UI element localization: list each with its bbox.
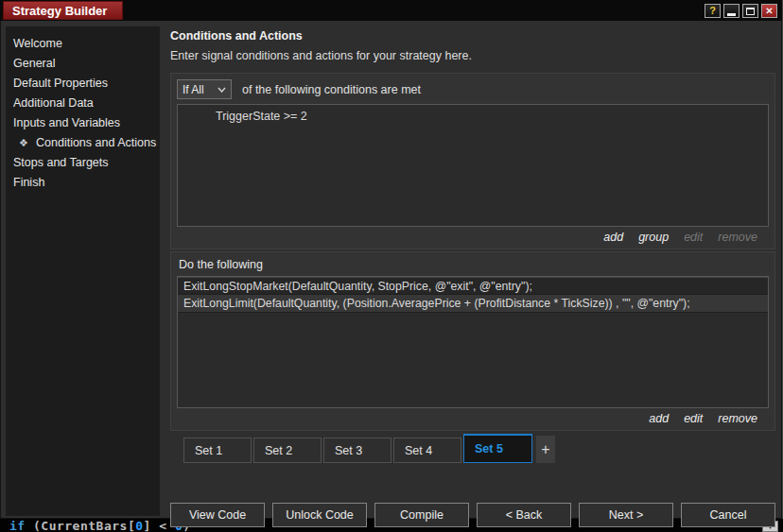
actions-remove-link[interactable]: remove: [718, 412, 757, 425]
sidebar-item-label: Inputs and Variables: [13, 116, 120, 129]
tab-set-2[interactable]: Set 2: [253, 438, 322, 463]
condition-row[interactable]: TriggerState >= 2: [178, 105, 768, 123]
chevron-down-icon: [218, 87, 226, 93]
sidebar-item-label: Conditions and Actions: [36, 136, 156, 149]
close-icon: ✕: [765, 7, 773, 16]
strategy-builder-dialog: Strategy Builder ? ✕ Welcome General Def…: [0, 0, 783, 519]
help-button[interactable]: ?: [705, 4, 721, 18]
tab-label: Set 5: [475, 442, 503, 455]
condition-logic-dropdown[interactable]: If All: [177, 79, 232, 99]
sidebar-item-label: General: [13, 57, 55, 70]
sidebar-item-additional-data[interactable]: Additional Data: [6, 94, 160, 113]
code-token: (CurrentBars[: [26, 519, 136, 532]
sidebar-item-finish[interactable]: Finish: [6, 173, 160, 193]
actions-label: Do the following: [177, 256, 769, 276]
compile-button[interactable]: Compile: [374, 503, 469, 527]
tab-set-5[interactable]: Set 5: [463, 434, 532, 463]
tab-set-4[interactable]: Set 4: [393, 438, 461, 463]
actions-edit-link[interactable]: edit: [684, 412, 703, 425]
back-button[interactable]: < Back: [477, 503, 571, 527]
tab-set-1[interactable]: Set 1: [183, 438, 252, 463]
actions-add-link[interactable]: add: [649, 412, 669, 425]
conditions-list[interactable]: TriggerState >= 2: [177, 104, 769, 227]
tab-label: Set 4: [405, 444, 432, 457]
minimize-button[interactable]: [723, 4, 740, 18]
minimize-icon: [727, 13, 736, 16]
sidebar-item-conditions-and-actions[interactable]: ❖Conditions and Actions: [6, 133, 160, 153]
sidebar-item-stops-and-targets[interactable]: Stops and Targets: [6, 153, 160, 173]
conditions-group: If All of the following conditions are m…: [170, 73, 775, 249]
unlock-code-button[interactable]: Unlock Code: [272, 503, 367, 527]
close-button[interactable]: ✕: [761, 4, 777, 18]
action-row[interactable]: ExitLongStopMarket(DefaultQuantity, Stop…: [178, 277, 768, 295]
tab-label: Set 2: [265, 444, 292, 457]
sidebar-item-welcome[interactable]: Welcome: [6, 34, 160, 54]
conditions-links: add group edit remove: [177, 227, 769, 247]
background-code-line: if (CurrentBars[0] < 0): [9, 519, 191, 532]
code-token: 0: [135, 519, 143, 532]
titlebar[interactable]: Strategy Builder ? ✕: [0, 0, 782, 21]
page-title: Conditions and Actions: [170, 29, 775, 43]
conditions-edit-link: edit: [684, 231, 703, 244]
maximize-icon: [746, 8, 755, 15]
maximize-button[interactable]: [742, 4, 758, 18]
current-step-icon: ❖: [19, 133, 32, 153]
window-title: Strategy Builder: [3, 1, 123, 20]
sidebar-item-default-properties[interactable]: Default Properties: [6, 74, 160, 94]
page-subtitle: Enter signal conditions and actions for …: [170, 49, 775, 62]
actions-group: Do the following ExitLongStopMarket(Defa…: [170, 251, 775, 431]
dropdown-value: If All: [183, 83, 204, 96]
sidebar-item-label: Default Properties: [13, 77, 108, 90]
sidebar-item-label: Finish: [13, 176, 44, 189]
tab-label: Set 3: [335, 444, 362, 457]
tab-set-3[interactable]: Set 3: [323, 438, 392, 463]
tab-label: Set 1: [195, 444, 222, 457]
main-panel: Conditions and Actions Enter signal cond…: [170, 26, 775, 527]
add-set-button[interactable]: +: [536, 436, 555, 463]
footer-buttons: View Code Unlock Code Compile < Back Nex…: [170, 503, 775, 527]
sidebar-item-inputs-and-variables[interactable]: Inputs and Variables: [6, 113, 160, 133]
conditions-group-link[interactable]: group: [638, 231, 669, 244]
wizard-sidebar: Welcome General Default Properties Addit…: [6, 26, 160, 516]
sidebar-item-label: Additional Data: [13, 96, 94, 110]
actions-links: add edit remove: [177, 408, 769, 428]
next-button[interactable]: Next >: [579, 503, 673, 527]
plus-icon: +: [541, 441, 549, 458]
actions-list[interactable]: ExitLongStopMarket(DefaultQuantity, Stop…: [177, 276, 769, 408]
window-controls: ? ✕: [705, 4, 777, 18]
sidebar-item-label: Stops and Targets: [13, 156, 109, 169]
conditions-header-label: of the following conditions are met: [242, 83, 421, 96]
help-icon: ?: [709, 6, 716, 16]
set-tabs: Set 1 Set 2 Set 3 Set 4 Set 5 +: [170, 433, 775, 463]
conditions-header: If All of the following conditions are m…: [177, 79, 769, 99]
view-code-button[interactable]: View Code: [170, 503, 265, 527]
cancel-button[interactable]: Cancel: [681, 503, 775, 527]
sidebar-item-general[interactable]: General: [6, 54, 160, 74]
conditions-remove-link: remove: [718, 231, 757, 244]
action-row[interactable]: ExitLongLimit(DefaultQuantity, (Position…: [178, 295, 768, 313]
code-token: if: [9, 519, 26, 532]
sidebar-item-label: Welcome: [13, 37, 62, 50]
conditions-add-link[interactable]: add: [603, 231, 623, 244]
